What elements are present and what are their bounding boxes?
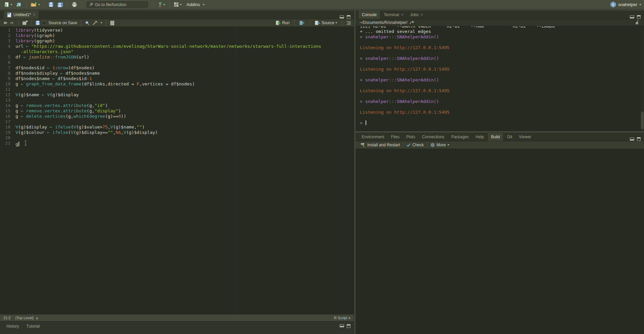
tab-build[interactable]: Build (487, 133, 504, 141)
tab-environment[interactable]: Environment (358, 133, 387, 141)
back-icon[interactable] (3, 21, 7, 25)
tab-files[interactable]: Files (387, 133, 403, 141)
tab-jobs[interactable]: Jobs× (407, 10, 426, 19)
code-line[interactable]: 10g ← graph_from_data_frame(df$links,dir… (0, 81, 354, 87)
code-text: g ← remove.vertex.attribute(g,"id") (15, 103, 108, 108)
code-line[interactable]: 21g (0, 141, 354, 146)
new-file-button[interactable] (3, 1, 13, 8)
minimize-pane-icon[interactable] (630, 138, 634, 141)
run-button[interactable]: Run (275, 20, 291, 26)
code-line[interactable]: 11 (0, 87, 354, 92)
line-number: 4 (0, 44, 15, 49)
source-caret-icon (335, 22, 337, 24)
compile-report-icon[interactable] (110, 21, 114, 26)
code-line[interactable]: 16g ← delete.vertices(g,which(degree(g)=… (0, 114, 354, 119)
line-number: 12 (0, 92, 15, 98)
minimize-pane-icon[interactable] (340, 15, 344, 18)
code-text: g ← graph_from_data_frame(df$links,direc… (15, 81, 195, 87)
tab-close-icon[interactable]: × (401, 12, 403, 17)
bottom-pane-buttons (340, 323, 350, 328)
install-and-restart-button[interactable]: Install and Restart (358, 141, 403, 149)
console-scrollbar-thumb[interactable] (641, 112, 644, 129)
tab-viewer[interactable]: Viewer (516, 133, 535, 141)
code-line[interactable]: 4url ← "https://raw.githubusercontent.co… (0, 44, 354, 49)
minimize-pane-icon[interactable] (340, 324, 344, 327)
tab-history[interactable]: History (3, 323, 22, 330)
more-caret-icon (447, 144, 449, 146)
console-output[interactable]: [22] R2-D2 --DARTH VADER R2-D2 --HAN R2-… (355, 26, 644, 131)
document-outline-icon[interactable] (346, 21, 351, 25)
code-line[interactable]: 7df$nodes$id ← 1:nrow(df$nodes) (0, 65, 354, 71)
code-editor[interactable]: 1library(tidyverse)2library(igraph)3libr… (0, 27, 354, 314)
tab-help[interactable]: Help (472, 133, 487, 141)
tab-plots[interactable]: Plots (403, 133, 419, 141)
addins-menu[interactable]: Addins (187, 2, 200, 7)
build-output-area (355, 149, 644, 334)
console-scrollbar[interactable] (641, 26, 644, 131)
save-button[interactable] (47, 1, 55, 8)
maximize-pane-icon[interactable] (637, 15, 641, 19)
source-button[interactable]: Source (314, 20, 338, 26)
tab-close-icon[interactable]: × (33, 12, 35, 17)
new-project-button[interactable] (15, 1, 23, 8)
goto-directory-icon[interactable] (410, 21, 414, 25)
code-text: g ← delete.vertices(g,which(degree(g)==0… (15, 114, 126, 119)
line-number: 9 (0, 76, 15, 81)
code-line[interactable]: 14g ← remove.vertex.attribute(g,"id") (0, 103, 354, 108)
version-control-button[interactable] (157, 1, 166, 8)
console-pane: ConsoleTerminal×Jobs× ~/Documents/R/snah… (355, 10, 644, 131)
code-line[interactable]: 5df ← jsonlite::fromJSON(url) (0, 54, 354, 60)
tab-tutorial[interactable]: Tutorial (23, 323, 43, 330)
project-icon: R (610, 1, 616, 8)
tab-connections[interactable]: Connections (418, 133, 448, 141)
save-icon[interactable] (35, 21, 40, 25)
rerun-button[interactable] (298, 20, 306, 26)
toolbar-separator (294, 20, 295, 26)
working-directory: ~/Documents/R/snahelper/ (360, 20, 407, 25)
code-line[interactable]: 1library(tidyverse) (0, 28, 354, 33)
tab-terminal[interactable]: Terminal× (380, 10, 407, 19)
rstudio-window: { "main_toolbar": { "goto_placeholder": … (0, 0, 644, 334)
code-line[interactable]: 8df$nodes$display ← df$nodes$name (0, 71, 354, 76)
project-menu-button[interactable]: R snahelper (610, 1, 641, 8)
code-line[interactable]: 15g ← remove.vertex.attribute(g,"display… (0, 108, 354, 114)
code-line[interactable]: 2library(igraph) (0, 33, 354, 38)
tab-git[interactable]: Git (504, 133, 515, 141)
goto-file-function-input[interactable]: Go to file/function (87, 1, 148, 8)
code-line[interactable]: 20 (0, 135, 354, 141)
minimize-pane-icon[interactable] (630, 15, 634, 18)
code-line[interactable]: 13 (0, 98, 354, 103)
save-all-button[interactable] (56, 1, 64, 8)
clear-console-button[interactable] (635, 20, 640, 26)
popout-icon[interactable] (22, 21, 28, 25)
open-file-button[interactable] (30, 1, 41, 8)
code-line[interactable]: 6 (0, 60, 354, 65)
more-button[interactable]: More (427, 141, 452, 149)
code-line[interactable]: -allCharacters.json" (0, 49, 354, 54)
scope-selector[interactable]: (Top Level) (15, 316, 38, 320)
code-tools-icon[interactable] (92, 21, 98, 26)
code-line[interactable]: 19V(g)$colour ← ifelse(V(g)$display=="",… (0, 130, 354, 135)
tab-console[interactable]: Console (358, 10, 380, 19)
run-icon (276, 21, 281, 25)
pane-layout-button[interactable] (173, 1, 183, 8)
console-line (360, 40, 644, 45)
tab-close-icon[interactable]: × (421, 12, 423, 17)
maximize-pane-icon[interactable] (347, 324, 350, 328)
code-line[interactable]: 18V(g)$display ← ifelse(V(g)$value>75,V(… (0, 124, 354, 130)
tab-untitled1[interactable]: R Untitled1* × (3, 10, 39, 19)
tab-packages[interactable]: Packages (448, 133, 472, 141)
code-line[interactable]: 17 (0, 119, 354, 124)
maximize-pane-icon[interactable] (347, 15, 350, 19)
code-line[interactable]: 12V(g)$name ← V(g)$display (0, 92, 354, 98)
find-replace-icon[interactable] (85, 21, 90, 25)
toolbar-separator (169, 2, 170, 8)
check-button[interactable]: Check (403, 141, 427, 149)
code-line[interactable]: 3library(ggraph) (0, 38, 354, 44)
file-type-selector[interactable]: R Script (334, 316, 350, 320)
source-on-save-checkbox[interactable] (42, 21, 46, 25)
forward-icon[interactable] (10, 21, 14, 25)
print-button[interactable] (71, 1, 78, 8)
code-line[interactable]: 9df$nodes$name ← df$nodes$id-1 (0, 76, 354, 81)
maximize-pane-icon[interactable] (637, 137, 641, 141)
